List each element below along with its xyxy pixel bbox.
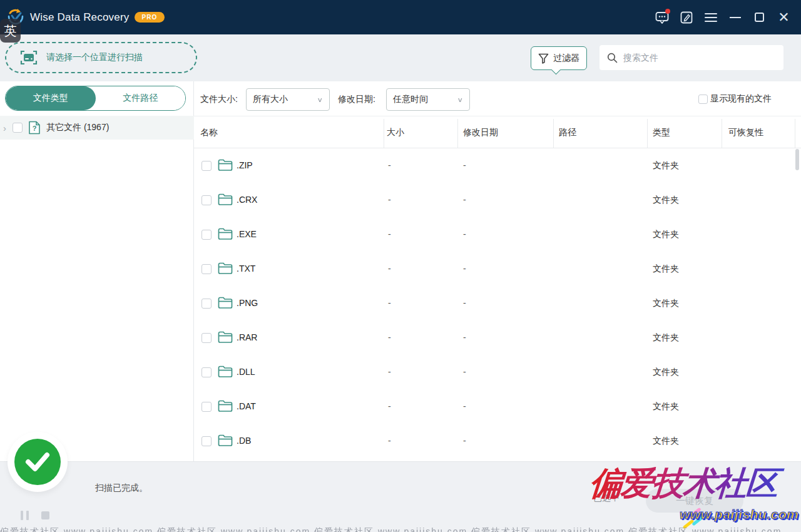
folder-icon — [218, 296, 233, 309]
show-existing-label: 显示现有的文件 — [710, 93, 772, 105]
column-divider — [647, 119, 648, 148]
cell-name: .DB — [237, 436, 251, 446]
date-filter-value: 任意时间 — [393, 94, 457, 105]
row-checkbox[interactable] — [202, 402, 212, 412]
cell-date: - — [463, 436, 466, 446]
close-button[interactable]: ✕ — [772, 0, 796, 34]
scan-status-text: 扫描已完成。 — [95, 483, 148, 494]
row-checkbox[interactable] — [202, 436, 212, 446]
cell-name: .ZIP — [237, 160, 253, 170]
column-header-date[interactable]: 修改日期 — [463, 127, 498, 138]
row-checkbox[interactable] — [202, 367, 212, 377]
tree-item-other-files[interactable]: › ? 其它文件 (1967) — [0, 116, 194, 140]
table-row[interactable]: .DLL - - 文件夹 — [194, 355, 801, 389]
table-row[interactable]: .CRX - - 文件夹 — [194, 183, 801, 217]
cell-name: .DAT — [237, 401, 256, 411]
cell-size: - — [388, 298, 391, 308]
feedback-edit-icon[interactable] — [674, 0, 698, 34]
cell-name: .EXE — [237, 229, 257, 239]
row-checkbox[interactable] — [202, 230, 212, 240]
cell-type: 文件夹 — [653, 263, 679, 275]
date-filter-select[interactable]: 任意时间 ∨ — [386, 88, 470, 111]
main-panel: 文件大小: 所有大小 ∨ 修改日期: 任意时间 ∨ 显示现有的文件 名称 大小 … — [194, 81, 801, 461]
cell-size: - — [388, 229, 391, 239]
cell-size: - — [388, 436, 391, 446]
size-filter-select[interactable]: 所有大小 ∨ — [246, 88, 330, 111]
folder-icon — [218, 262, 233, 275]
svg-text:?: ? — [33, 125, 37, 132]
ime-indicator[interactable]: 英 — [0, 19, 21, 43]
table-row[interactable]: .RAR - - 文件夹 — [194, 320, 801, 355]
funnel-icon — [538, 53, 549, 64]
cell-name: .PNG — [237, 298, 258, 308]
cell-type: 文件夹 — [653, 195, 679, 206]
watermark-url: www.paijishu.com — [680, 507, 798, 522]
row-checkbox[interactable] — [202, 195, 212, 205]
stop-button[interactable] — [41, 511, 49, 519]
cell-name: .RAR — [237, 332, 257, 342]
tree-item-checkbox[interactable] — [13, 123, 23, 133]
folder-icon — [218, 158, 233, 171]
folder-icon — [218, 399, 233, 412]
pause-button[interactable] — [21, 511, 31, 520]
cell-date: - — [463, 367, 466, 377]
show-existing-files-toggle[interactable]: 显示现有的文件 — [698, 93, 772, 105]
show-existing-checkbox[interactable] — [698, 95, 708, 104]
table-row[interactable]: .PNG - - 文件夹 — [194, 286, 801, 320]
scrollbar-thumb[interactable] — [795, 149, 799, 170]
menu-icon[interactable] — [698, 0, 723, 34]
tab-file-type[interactable]: 文件类型 — [6, 86, 96, 110]
cell-type: 文件夹 — [653, 367, 679, 378]
filter-button-label: 过滤器 — [553, 53, 579, 64]
cell-type: 文件夹 — [653, 332, 679, 344]
search-box — [599, 45, 783, 70]
row-checkbox[interactable] — [202, 264, 212, 274]
tab-file-path[interactable]: 文件路径 — [96, 86, 186, 110]
table-row[interactable]: .DAT - - 文件夹 — [194, 389, 801, 424]
column-header-path[interactable]: 路径 — [559, 127, 576, 138]
cell-type: 文件夹 — [653, 401, 679, 412]
folder-icon — [218, 365, 233, 378]
minimize-button[interactable] — [723, 0, 747, 34]
row-checkbox[interactable] — [202, 161, 212, 171]
cell-name: .DLL — [237, 367, 255, 377]
cell-type: 文件夹 — [653, 298, 679, 309]
table-header: 名称 大小 修改日期 路径 类型 可恢复性 — [194, 116, 801, 148]
table-row[interactable]: .ZIP - - 文件夹 — [194, 148, 801, 183]
maximize-button[interactable] — [747, 0, 772, 34]
table-row[interactable]: .TXT - - 文件夹 — [194, 252, 801, 286]
messages-icon[interactable] — [650, 0, 674, 34]
scan-complete-badge — [8, 432, 68, 492]
top-bar: 请选择一个位置进行扫描 过滤器 — [0, 34, 801, 81]
row-checkbox[interactable] — [202, 333, 212, 343]
sidebar: 文件类型 文件路径 › ? 其它文件 (1967) — [0, 81, 194, 461]
clipped-watermark-strip: 偏爱技术社区 www.paijishu.com 偏爱技术社区 www.paiji… — [0, 526, 801, 532]
expand-chevron-icon[interactable]: › — [3, 123, 11, 133]
filter-button[interactable]: 过滤器 — [531, 46, 587, 70]
column-header-type[interactable]: 类型 — [653, 127, 670, 138]
search-icon — [607, 53, 618, 63]
column-divider — [722, 119, 722, 148]
column-header-recoverability[interactable]: 可恢复性 — [728, 127, 763, 138]
folder-icon — [218, 193, 233, 206]
cell-date: - — [463, 401, 466, 411]
table-row[interactable]: .DB - - 文件夹 — [194, 424, 801, 458]
size-filter-label: 文件大小: — [200, 94, 238, 105]
unknown-file-icon: ? — [28, 121, 41, 135]
cell-size: - — [388, 367, 391, 377]
status-bar: 扫描已完成。 已选中 一键恢复 偏爱技术社区 www.paijishu.com … — [0, 461, 801, 532]
drive-scan-icon — [20, 49, 38, 66]
folder-icon — [218, 227, 233, 240]
select-location-button[interactable]: 请选择一个位置进行扫描 — [5, 42, 197, 73]
column-header-name[interactable]: 名称 — [200, 127, 218, 138]
watermark-title: 偏爱技术社区 — [588, 467, 801, 499]
search-input[interactable] — [623, 53, 773, 63]
column-divider — [457, 119, 458, 148]
cell-type: 文件夹 — [653, 229, 679, 240]
column-divider — [795, 119, 795, 148]
column-header-size[interactable]: 大小 — [387, 127, 404, 138]
cell-size: - — [388, 401, 391, 411]
table-row[interactable]: .EXE - - 文件夹 — [194, 217, 801, 252]
cell-name: .TXT — [237, 263, 255, 274]
row-checkbox[interactable] — [202, 299, 212, 309]
